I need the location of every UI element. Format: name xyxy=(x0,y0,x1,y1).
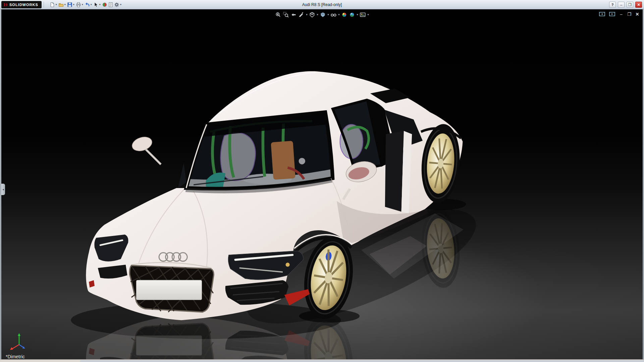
heads-up-view-toolbar: ▾ ▾ ▾ ▾ xyxy=(274,11,369,18)
standard-toolbar: ▾ ▾ ▾ ▾ ▾ xyxy=(49,1,122,8)
window-title: Audi R8 S [Read-only] xyxy=(302,2,342,7)
zoom-to-fit-icon xyxy=(275,12,281,18)
status-strip-segment xyxy=(80,360,644,362)
solidworks-logo: SOLIDWORKS xyxy=(1,1,42,8)
dropdown-arrow-icon[interactable]: ▾ xyxy=(120,3,121,6)
edit-color-button[interactable] xyxy=(102,1,108,8)
solidworks-brand: SOLIDWORKS xyxy=(9,3,38,7)
view-orientation-label: *Dimetric xyxy=(6,354,25,359)
window-frame-left xyxy=(0,9,1,359)
zoom-to-area-icon xyxy=(283,12,289,18)
options-button[interactable] xyxy=(114,1,120,8)
document-minimize-button[interactable]: – xyxy=(619,12,624,17)
open-folder-icon xyxy=(58,2,64,7)
view-orientation-button[interactable] xyxy=(308,11,316,18)
display-style-icon xyxy=(320,12,326,18)
hide-show-items-button[interactable] xyxy=(330,11,337,18)
document-window-controls: – ❐ ✕ xyxy=(598,11,640,17)
window-frame-right xyxy=(643,9,644,359)
pane-split-left-button[interactable] xyxy=(598,11,606,17)
print-button[interactable] xyxy=(75,1,82,8)
edit-color-icon xyxy=(102,2,107,7)
pane-split-right-icon xyxy=(609,11,615,17)
dropdown-arrow-icon[interactable]: ▾ xyxy=(99,3,101,6)
previous-view-icon xyxy=(290,12,297,18)
edit-appearance-icon xyxy=(341,12,347,18)
view-orientation-cube-icon xyxy=(309,12,315,18)
apply-scene-icon xyxy=(349,12,355,18)
maximize-button[interactable]: ❒ xyxy=(627,2,633,8)
dropdown-arrow-icon[interactable]: ▾ xyxy=(368,13,369,16)
dropdown-arrow-icon[interactable]: ▾ xyxy=(317,13,318,16)
collapse-arrow-icon: ◂ xyxy=(2,188,4,191)
section-view-icon xyxy=(298,12,304,18)
previous-view-button[interactable] xyxy=(290,11,297,18)
dropdown-arrow-icon[interactable]: ▾ xyxy=(64,3,66,6)
orientation-triad xyxy=(7,330,31,353)
graphics-viewport[interactable]: ▾ ▾ ▾ ▾ xyxy=(1,9,643,359)
undo-icon xyxy=(85,2,90,7)
undo-button[interactable] xyxy=(84,1,90,8)
file-properties-button[interactable] xyxy=(108,1,114,8)
dropdown-arrow-icon[interactable]: ▾ xyxy=(306,13,307,16)
print-icon xyxy=(76,2,81,7)
help-button[interactable]: ? xyxy=(609,2,616,8)
dropdown-arrow-icon[interactable]: ▾ xyxy=(338,13,340,16)
view-settings-button[interactable] xyxy=(359,11,367,18)
close-button[interactable]: ✕ xyxy=(635,2,642,8)
minimize-button[interactable]: – xyxy=(618,2,625,8)
display-style-button[interactable] xyxy=(319,11,326,18)
dropdown-arrow-icon[interactable]: ▾ xyxy=(91,3,92,6)
pane-split-left-icon xyxy=(599,11,605,17)
feature-manager-collapse-tab[interactable]: ◂ xyxy=(1,184,5,195)
save-button[interactable] xyxy=(67,1,73,8)
section-view-button[interactable] xyxy=(298,11,305,18)
apply-scene-button[interactable] xyxy=(348,11,356,18)
new-document-icon xyxy=(50,2,55,7)
view-settings-icon xyxy=(360,12,366,18)
window-controls: ? – ❒ ✕ xyxy=(609,0,642,9)
options-gear-icon xyxy=(114,2,119,7)
document-close-button[interactable]: ✕ xyxy=(635,12,640,17)
dropdown-arrow-icon[interactable]: ▾ xyxy=(357,13,358,16)
model-render[interactable] xyxy=(1,9,643,359)
hide-show-glasses-icon xyxy=(331,12,337,18)
file-properties-icon xyxy=(108,2,113,7)
document-restore-button[interactable]: ❐ xyxy=(627,12,632,17)
dropdown-arrow-icon[interactable]: ▾ xyxy=(56,3,57,6)
zoom-to-area-button[interactable] xyxy=(282,11,289,18)
save-icon xyxy=(67,2,72,7)
solidworks-logo-icon xyxy=(3,2,8,7)
new-document-button[interactable] xyxy=(49,1,55,8)
dropdown-arrow-icon[interactable]: ▾ xyxy=(73,3,74,6)
select-cursor-icon xyxy=(93,2,99,7)
open-button[interactable] xyxy=(58,1,64,8)
zoom-to-fit-button[interactable] xyxy=(274,11,282,18)
edit-appearance-button[interactable] xyxy=(341,11,348,18)
select-button[interactable] xyxy=(93,1,99,8)
toolbar-separator xyxy=(44,2,44,8)
title-bar: SOLIDWORKS ▾ ▾ ▾ xyxy=(0,0,644,9)
dropdown-arrow-icon[interactable]: ▾ xyxy=(327,13,329,16)
status-strip xyxy=(0,359,644,362)
pane-split-right-button[interactable] xyxy=(608,11,616,17)
dropdown-arrow-icon[interactable]: ▾ xyxy=(82,3,83,6)
